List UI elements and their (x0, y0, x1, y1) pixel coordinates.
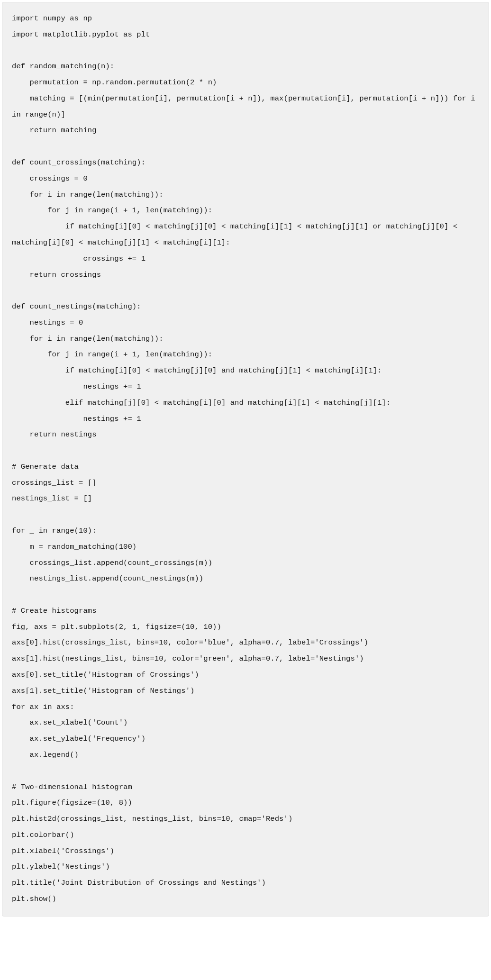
code-content: import numpy as np import matplotlib.pyp… (12, 11, 479, 907)
code-block: import numpy as np import matplotlib.pyp… (2, 2, 489, 916)
